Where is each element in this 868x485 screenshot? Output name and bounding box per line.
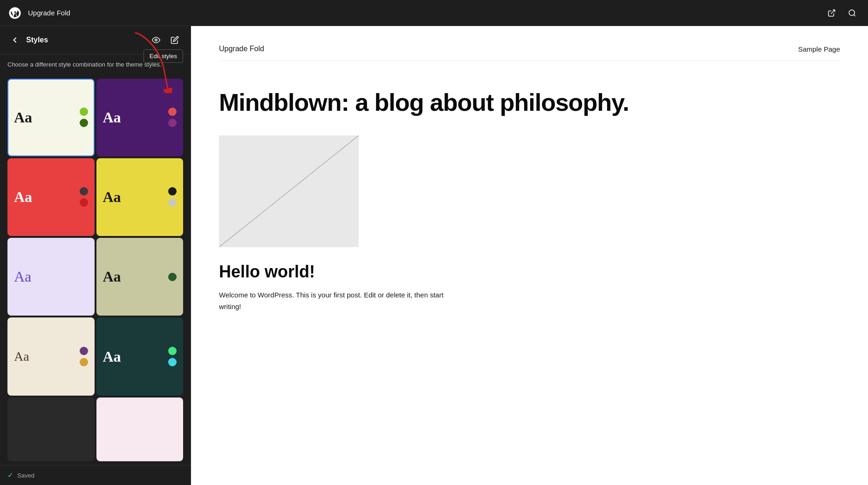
preview-nav: Upgrade Fold Sample Page xyxy=(219,45,840,61)
saved-label: Saved xyxy=(17,472,34,479)
style-card-purple[interactable]: Aa xyxy=(96,79,184,156)
back-button[interactable] xyxy=(7,33,22,47)
sidebar-header: Styles Edit styles xyxy=(0,26,191,54)
style-card-dots-sage xyxy=(168,273,177,281)
dot xyxy=(80,119,88,127)
style-card-aa-sage: Aa xyxy=(103,268,121,285)
dot xyxy=(80,358,88,366)
style-card-red[interactable]: Aa xyxy=(7,158,95,236)
main-layout: Styles Edit styles xyxy=(0,26,868,485)
preview-nav-link[interactable]: Sample Page xyxy=(798,45,840,53)
style-card-dots-beige xyxy=(80,347,88,366)
preview-heading: Mindblown: a blog about philosophy. xyxy=(219,89,638,117)
post-title: Hello world! xyxy=(219,262,840,282)
external-link-button[interactable] xyxy=(823,5,840,21)
style-card-dots-red xyxy=(80,187,88,207)
sidebar-description: Choose a different style combination for… xyxy=(0,54,191,75)
svg-line-2 xyxy=(854,14,855,16)
styles-grid: Aa Aa Aa xyxy=(0,75,191,465)
svg-point-4 xyxy=(155,39,157,41)
preview-nav-title: Upgrade Fold xyxy=(219,45,264,53)
wp-logo xyxy=(7,6,22,20)
style-card-yellow[interactable]: Aa xyxy=(96,158,184,236)
preview-area: Upgrade Fold Sample Page Mindblown: a bl… xyxy=(191,26,868,485)
style-card-lavender[interactable]: Aa xyxy=(7,238,95,316)
svg-line-0 xyxy=(831,10,835,13)
sidebar-title: Styles xyxy=(26,36,144,44)
style-card-pink-strip[interactable] xyxy=(96,397,184,461)
search-button[interactable] xyxy=(844,5,861,21)
dot xyxy=(168,198,177,207)
edit-styles-button[interactable] xyxy=(166,32,183,48)
top-bar-title: Upgrade Fold xyxy=(28,9,818,17)
dot xyxy=(80,187,88,195)
style-card-aa-beige: Aa xyxy=(14,349,29,364)
style-card-aa-dark-teal: Aa xyxy=(103,348,121,365)
dot xyxy=(168,273,177,281)
preview-style-button[interactable] xyxy=(148,32,164,48)
style-card-default[interactable]: Aa xyxy=(7,79,95,156)
post-body: Welcome to WordPress. This is your first… xyxy=(219,289,452,313)
saved-bar: ✓ Saved xyxy=(0,465,191,485)
dot xyxy=(168,187,177,195)
dot xyxy=(80,198,88,207)
style-card-aa-yellow: Aa xyxy=(103,189,121,206)
style-card-aa-purple: Aa xyxy=(103,109,121,126)
dot xyxy=(168,108,177,116)
style-card-dots-default xyxy=(80,108,88,127)
style-card-dots-purple xyxy=(168,108,177,127)
style-card-aa-default: Aa xyxy=(14,109,32,126)
style-card-dots-dark-teal xyxy=(168,347,177,366)
sidebar-header-icons: Edit styles xyxy=(148,32,183,48)
saved-checkmark: ✓ xyxy=(7,471,14,479)
svg-point-1 xyxy=(849,10,854,15)
dot xyxy=(168,119,177,127)
top-bar-icons xyxy=(823,5,861,21)
dot xyxy=(80,347,88,355)
edit-styles-tooltip-wrapper: Edit styles xyxy=(166,32,183,48)
style-card-sage[interactable]: Aa xyxy=(96,238,184,316)
style-card-dots-yellow xyxy=(168,187,177,207)
dot xyxy=(168,358,177,366)
sidebar: Styles Edit styles xyxy=(0,26,191,485)
style-card-beige[interactable]: Aa xyxy=(7,317,95,395)
style-card-aa-lavender: Aa xyxy=(14,268,31,285)
dot xyxy=(168,347,177,355)
style-card-dark-strip[interactable] xyxy=(7,397,95,461)
preview-image-placeholder xyxy=(219,135,359,247)
dot xyxy=(80,108,88,116)
style-card-dark-teal[interactable]: Aa xyxy=(96,317,184,395)
top-bar: Upgrade Fold xyxy=(0,0,868,26)
style-card-aa-red: Aa xyxy=(14,189,32,206)
